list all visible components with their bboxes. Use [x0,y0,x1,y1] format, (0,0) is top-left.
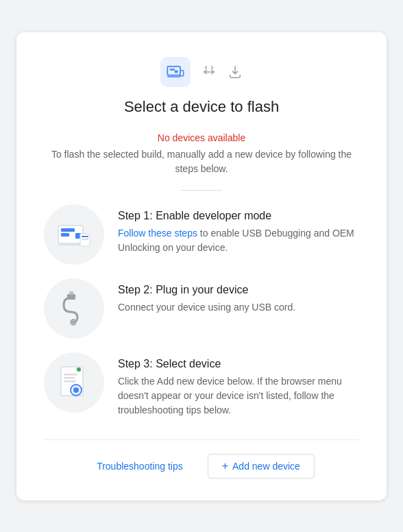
steps-list: Step 1: Enable developer mode Follow the… [44,204,359,418]
step-2: Step 2: Plug in your device Connect your… [44,278,359,339]
step-3-title: Step 3: Select device [118,358,359,370]
step-3: Step 3: Select device Click the Add new … [44,352,359,418]
step-1-icon [44,204,104,265]
svg-point-19 [77,367,81,372]
step-3-desc: Click the Add new device below. If the b… [118,374,359,418]
step-1-desc: Follow these steps to enable USB Debuggi… [118,226,359,255]
svg-rect-20 [64,374,77,376]
step-2-desc: Connect your device using any USB cord. [118,300,359,315]
svg-rect-12 [82,239,88,240]
page-title: Select a device to flash [44,98,359,116]
header-icons [44,57,359,87]
svg-rect-6 [61,228,75,232]
svg-rect-7 [61,233,69,237]
download-icon [228,64,243,80]
svg-rect-11 [82,236,88,237]
troubleshoot-button[interactable]: Troubleshooting tips [88,455,191,477]
device-icon-box [160,57,191,87]
main-card: Select a device to flash No devices avai… [16,32,387,500]
step-2-icon [44,278,104,339]
step-2-title: Step 2: Plug in your device [118,284,359,296]
step-1-link[interactable]: Follow these steps [118,228,197,239]
no-devices-label: No devices available [44,132,359,143]
arrow-icon [202,64,217,80]
svg-rect-3 [180,70,184,75]
svg-rect-22 [64,380,76,383]
no-devices-desc: To flash the selected build, manually ad… [44,147,359,176]
step-1-content: Step 1: Enable developer mode Follow the… [118,204,359,255]
svg-point-24 [73,387,79,393]
plus-icon: + [222,460,228,472]
step-3-content: Step 3: Select device Click the Add new … [118,352,359,418]
svg-rect-1 [170,69,175,70]
svg-rect-21 [64,377,75,379]
svg-rect-0 [167,66,180,75]
no-devices-section: No devices available To flash the select… [44,132,359,176]
svg-point-17 [72,321,75,324]
add-device-label: Add new device [232,461,300,472]
step-1-title: Step 1: Enable developer mode [118,210,359,222]
add-device-button[interactable]: + Add new device [208,454,315,479]
step-1: Step 1: Enable developer mode Follow the… [44,204,359,265]
svg-rect-15 [69,291,73,295]
device-icon [166,62,185,82]
step-3-icon [44,352,104,413]
divider [181,190,222,191]
svg-rect-2 [175,70,178,73]
step-2-content: Step 2: Plug in your device Connect your… [118,278,359,315]
footer: Troubleshooting tips + Add new device [44,439,359,479]
svg-rect-14 [67,294,75,300]
